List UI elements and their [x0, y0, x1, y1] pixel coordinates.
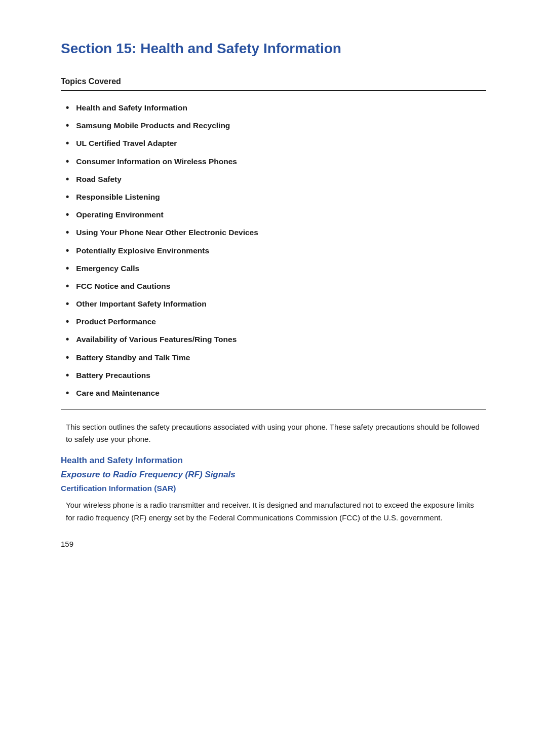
page-title: Section 15: Health and Safety Informatio… [61, 41, 486, 57]
list-item: Care and Maintenance [66, 387, 486, 399]
health-safety-heading: Health and Safety Information [61, 456, 486, 466]
list-item: Using Your Phone Near Other Electronic D… [66, 226, 486, 239]
exposure-heading: Exposure to Radio Frequency (RF) Signals [61, 470, 486, 480]
list-item: Battery Standby and Talk Time [66, 351, 486, 364]
bottom-divider [61, 409, 486, 410]
list-item: Battery Precautions [66, 369, 486, 382]
list-item: UL Certified Travel Adapter [66, 137, 486, 149]
list-item: Health and Safety Information [66, 101, 486, 114]
list-item: FCC Notice and Cautions [66, 280, 486, 292]
list-item: Responsible Listening [66, 191, 486, 203]
intro-text: This section outlines the safety precaut… [61, 421, 486, 445]
sar-heading: Certification Information (SAR) [61, 484, 486, 493]
top-divider [61, 90, 486, 91]
list-item: Operating Environment [66, 208, 486, 221]
page-number: 159 [61, 540, 486, 548]
sar-body-text: Your wireless phone is a radio transmitt… [61, 499, 486, 524]
list-item: Road Safety [66, 173, 486, 185]
list-item: Availability of Various Features/Ring To… [66, 333, 486, 346]
topics-covered-label: Topics Covered [61, 77, 486, 86]
topics-list: Health and Safety Information Samsung Mo… [66, 101, 486, 399]
list-item: Other Important Safety Information [66, 297, 486, 310]
list-item: Potentially Explosive Environments [66, 244, 486, 257]
list-item: Emergency Calls [66, 262, 486, 275]
list-item: Samsung Mobile Products and Recycling [66, 119, 486, 132]
list-item: Product Performance [66, 315, 486, 328]
list-item: Consumer Information on Wireless Phones [66, 155, 486, 168]
